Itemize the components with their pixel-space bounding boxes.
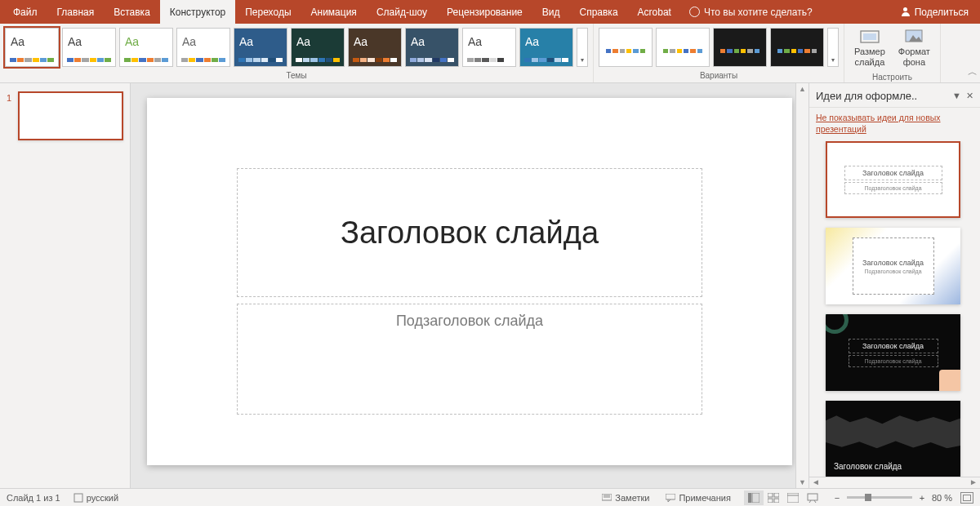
design-idea-2[interactable]: Заголовок слайдаПодзаголовок слайда	[826, 228, 960, 304]
hide-ideas-link[interactable]: Не показывать идеи для новых презентаций	[809, 108, 980, 141]
design-idea-1[interactable]: Заголовок слайда Подзаголовок слайда	[826, 141, 960, 218]
zoom-slider[interactable]	[847, 496, 912, 499]
svg-rect-11	[774, 493, 779, 497]
slide-size-label: Размер слайда	[854, 47, 885, 67]
tab-view[interactable]: Вид	[532, 0, 570, 24]
theme-thumb-4[interactable]: Aa	[234, 28, 287, 67]
svg-rect-1	[863, 33, 876, 40]
svg-rect-7	[666, 494, 675, 499]
format-background-icon	[904, 29, 924, 45]
tab-help[interactable]: Справка	[569, 0, 627, 24]
share-button[interactable]: Поделиться	[889, 0, 980, 24]
tell-me-search[interactable]: Что вы хотите сделать?	[681, 0, 821, 24]
pane-options-button[interactable]: ▼	[952, 91, 961, 101]
collapse-ribbon-button[interactable]: ︿	[965, 24, 980, 82]
person-icon	[901, 7, 911, 17]
variants-more-button[interactable]: ▾	[827, 28, 839, 67]
tab-design[interactable]: Конструктор	[160, 0, 235, 24]
variants-group-label: Варианты	[594, 70, 844, 82]
tab-insert[interactable]: Вставка	[104, 0, 160, 24]
theme-thumb-6[interactable]: Aa	[348, 28, 402, 67]
svg-rect-10	[768, 493, 773, 497]
notes-button[interactable]: Заметки	[599, 493, 653, 503]
svg-rect-14	[787, 493, 799, 503]
slide-number: 1	[7, 91, 15, 140]
comments-icon	[666, 494, 675, 502]
slide-size-icon	[860, 29, 880, 45]
slide-size-button[interactable]: Размер слайда	[849, 27, 890, 69]
format-background-label: Формат фона	[898, 47, 930, 67]
slide-thumb-image[interactable]	[18, 91, 123, 140]
theme-thumb-8[interactable]: Aa	[462, 28, 516, 67]
design-idea-3[interactable]: Заголовок слайда Подзаголовок слайда	[826, 314, 960, 391]
slide[interactable]: Заголовок слайда Подзаголовок слайда	[147, 98, 792, 465]
slide-thumbnail-panel[interactable]: 1	[0, 83, 131, 488]
zoom-control: − + 80 %	[832, 492, 973, 504]
tab-transitions[interactable]: Переходы	[235, 0, 301, 24]
format-background-button[interactable]: Формат фона	[893, 27, 935, 69]
title-placeholder-text: Заголовок слайда	[341, 215, 599, 251]
svg-rect-3	[74, 494, 82, 502]
design-ideas-list[interactable]: Заголовок слайда Подзаголовок слайда Заг…	[809, 141, 980, 477]
ribbon-group-customize: Размер слайда Формат фона Настроить	[844, 24, 941, 82]
comments-button[interactable]: Примечания	[662, 493, 734, 503]
variant-thumb-0[interactable]	[599, 28, 653, 67]
tab-animations[interactable]: Анимация	[301, 0, 367, 24]
theme-thumb-0[interactable]: Aa	[5, 28, 59, 67]
design-idea-4[interactable]: Заголовок слайда	[826, 401, 960, 477]
menu-bar: Файл Главная Вставка Конструктор Переход…	[0, 0, 980, 24]
svg-rect-9	[752, 493, 760, 503]
language-button[interactable]: русский	[70, 493, 122, 503]
zoom-out-button[interactable]: −	[832, 493, 842, 503]
svg-rect-8	[748, 493, 751, 503]
theme-thumb-1[interactable]: Aa	[62, 28, 116, 67]
svg-rect-12	[768, 499, 773, 503]
ribbon: AaAaAaAaAaAaAaAaAaAa▾ Темы ▾ Варианты Ра…	[0, 24, 980, 83]
variant-thumb-3[interactable]	[770, 28, 824, 67]
title-placeholder[interactable]: Заголовок слайда	[237, 168, 702, 297]
tab-home[interactable]: Главная	[47, 0, 105, 24]
slide-thumbnail-1[interactable]: 1	[7, 91, 123, 140]
design-ideas-hscroll[interactable]: ◄►	[809, 477, 980, 488]
ribbon-group-themes: AaAaAaAaAaAaAaAaAaAa▾ Темы	[0, 24, 594, 82]
fit-to-window-button[interactable]	[960, 492, 973, 504]
tab-review[interactable]: Рецензирование	[437, 0, 532, 24]
design-ideas-title: Идеи для оформле..	[816, 90, 952, 102]
theme-thumb-2[interactable]: Aa	[119, 28, 173, 67]
status-bar: Слайд 1 из 1 русский Заметки Примечания …	[0, 488, 980, 506]
sorter-view-button[interactable]	[764, 490, 783, 505]
slideshow-view-button[interactable]	[803, 490, 822, 505]
themes-group-label: Темы	[0, 70, 593, 82]
variant-thumb-2[interactable]	[713, 28, 767, 67]
theme-thumb-9[interactable]: Aa	[519, 28, 573, 67]
design-ideas-pane: Идеи для оформле.. ▼ ✕ Не показывать иде…	[808, 83, 980, 488]
ribbon-group-variants: ▾ Варианты	[594, 24, 844, 82]
tab-file[interactable]: Файл	[3, 0, 47, 24]
tab-slideshow[interactable]: Слайд-шоу	[367, 0, 437, 24]
tell-me-placeholder: Что вы хотите сделать?	[704, 7, 813, 18]
slide-canvas-area[interactable]: Заголовок слайда Подзаголовок слайда ▲▼	[131, 83, 808, 488]
notes-icon	[602, 494, 612, 502]
variant-thumb-1[interactable]	[656, 28, 710, 67]
workspace: 1 Заголовок слайда Подзаголовок слайда ▲…	[0, 83, 980, 488]
svg-rect-16	[808, 494, 817, 500]
pane-close-button[interactable]: ✕	[966, 91, 973, 101]
share-label: Поделиться	[915, 7, 969, 18]
subtitle-placeholder-text: Подзаголовок слайда	[396, 313, 543, 330]
spellcheck-icon	[74, 493, 83, 503]
vertical-scrollbar[interactable]: ▲▼	[795, 83, 808, 488]
theme-thumb-7[interactable]: Aa	[405, 28, 459, 67]
zoom-in-button[interactable]: +	[917, 493, 927, 503]
view-buttons	[744, 490, 822, 505]
normal-view-button[interactable]	[744, 490, 764, 505]
reading-view-button[interactable]	[783, 490, 803, 505]
themes-more-button[interactable]: ▾	[577, 28, 588, 67]
design-ideas-header: Идеи для оформле.. ▼ ✕	[809, 83, 980, 108]
tab-acrobat[interactable]: Acrobat	[628, 0, 681, 24]
svg-rect-13	[774, 499, 779, 503]
theme-thumb-3[interactable]: Aa	[176, 28, 230, 67]
zoom-value[interactable]: 80 %	[932, 493, 952, 503]
theme-thumb-5[interactable]: Aa	[291, 28, 345, 67]
slide-counter[interactable]: Слайд 1 из 1	[7, 493, 60, 503]
subtitle-placeholder[interactable]: Подзаголовок слайда	[237, 304, 702, 415]
